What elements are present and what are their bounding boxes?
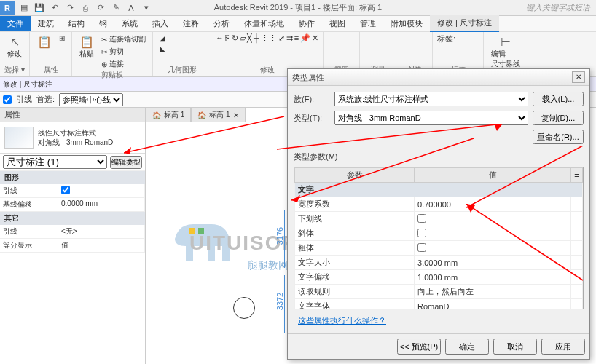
prop-val[interactable]	[58, 184, 145, 198]
prop-key: 基线偏移	[0, 198, 58, 212]
props-button[interactable]: 📋	[34, 33, 55, 50]
group-props-label: 属性	[34, 65, 67, 75]
family-label: 族(F):	[294, 94, 330, 105]
prefer-label: 首选:	[36, 94, 55, 105]
qat-sync-icon[interactable]: ⟳	[94, 1, 107, 15]
dialog-close-button[interactable]: ✕	[572, 71, 585, 83]
col-eq[interactable]: =	[571, 168, 583, 183]
qat-print-icon[interactable]: ⎙	[79, 1, 92, 15]
param-row: 粗体	[295, 241, 583, 256]
tab-steel[interactable]: 钢	[92, 16, 114, 31]
pin-icon[interactable]: 📌	[300, 33, 310, 43]
copy-icon[interactable]: ⎘	[225, 33, 230, 42]
tab-file[interactable]: 文件	[0, 16, 31, 31]
edit-type-button[interactable]: 编辑类型	[110, 156, 142, 169]
tab-collab[interactable]: 协作	[291, 16, 322, 31]
preview-button[interactable]: << 预览(P)	[397, 339, 441, 355]
param-row: 文字字体RomanD	[295, 299, 583, 310]
type-props-icon[interactable]: ⊞	[57, 33, 67, 43]
param-row: 宽度系数0.700000	[295, 197, 583, 212]
search-hint[interactable]: 键入关键字或短语	[526, 2, 596, 13]
split-icon[interactable]: ┼	[254, 33, 259, 42]
prop-key: 引线	[0, 184, 58, 198]
context-label: 修改 | 尺寸标注	[3, 79, 52, 90]
dimension-value[interactable]: 3372	[275, 293, 284, 310]
param-row: 下划线	[295, 212, 583, 226]
rotate-icon[interactable]: ↻	[232, 33, 238, 43]
geom-btn1[interactable]: ◢	[157, 33, 168, 43]
qat-text-icon[interactable]: A	[125, 1, 138, 15]
align-icon[interactable]: ≡	[294, 33, 299, 42]
props-header: 属性	[0, 108, 145, 122]
leader-label: 引线	[16, 94, 32, 105]
col-param[interactable]: 参数	[295, 168, 415, 183]
tab-insert[interactable]: 插入	[145, 16, 176, 31]
qat-more-icon[interactable]: ▾	[140, 1, 153, 15]
params-label: 类型参数(M)	[294, 151, 584, 162]
leader-checkbox[interactable]	[3, 93, 12, 106]
props-cat-graphics: 图形	[0, 171, 145, 184]
help-link[interactable]: 这些属性执行什么操作？	[294, 314, 584, 328]
mirror-icon[interactable]: ▱	[240, 33, 246, 43]
rename-button[interactable]: 重命名(R)...	[533, 130, 584, 144]
select-button[interactable]: ↖修改	[4, 33, 25, 60]
prop-val[interactable]: <无>	[58, 225, 145, 239]
cope-btn[interactable]: ✂ 连接端切割	[99, 33, 148, 45]
tab-massing[interactable]: 体量和场地	[237, 16, 291, 31]
delete-icon[interactable]: ✕	[312, 33, 318, 43]
watermark-subtext: 腿腿教网	[248, 259, 289, 272]
trim-icon[interactable]: ╳	[247, 33, 252, 43]
prop-val[interactable]: 0.0000 mm	[58, 198, 145, 212]
close-icon[interactable]: ✕	[233, 111, 239, 119]
join-btn[interactable]: ⊕ 连接	[99, 58, 148, 70]
view-tab-2[interactable]: 🏠 标高 1 ✕	[191, 108, 245, 122]
col-value[interactable]: 值	[415, 168, 571, 183]
apply-button[interactable]: 应用	[541, 339, 585, 355]
tab-modify-dim[interactable]: 修改 | 尺寸标注	[430, 15, 499, 32]
type-select[interactable]: 对角线 - 3mm RomanD	[334, 111, 528, 125]
tab-addins[interactable]: 附加模块	[383, 16, 430, 31]
qat-redo-icon[interactable]: ↷	[63, 1, 77, 15]
load-button[interactable]: 载入(L)...	[533, 92, 584, 106]
param-row: 读取规则向上，然后向左	[295, 285, 583, 299]
array-icon[interactable]: ⋮⋮	[261, 33, 277, 43]
qat-undo-icon[interactable]: ↶	[48, 1, 61, 15]
tab-analyze[interactable]: 分析	[206, 16, 237, 31]
qat-save-icon[interactable]: 💾	[33, 1, 46, 15]
param-cat-text[interactable]: 文字	[295, 183, 583, 197]
ok-button[interactable]: 确定	[445, 339, 489, 355]
cut-btn[interactable]: ✂ 剪切	[99, 46, 148, 58]
type-thumb-icon	[4, 127, 34, 149]
label-lbl: 标签:	[437, 33, 455, 44]
edit-witness-button[interactable]: ⊢编辑 尺寸界线	[488, 33, 523, 71]
view-tab-1[interactable]: 🏠 标高 1	[146, 108, 191, 122]
app-icon: R	[0, 1, 15, 15]
cancel-button[interactable]: 取消	[493, 339, 537, 355]
qat-open-icon[interactable]: ▤	[17, 1, 31, 15]
tab-struct[interactable]: 结构	[61, 16, 92, 31]
scale-icon[interactable]: ⤢	[278, 33, 285, 43]
tab-manage[interactable]: 管理	[353, 16, 383, 31]
geom-btn2[interactable]: ◣	[157, 44, 168, 53]
prop-key: 引线	[0, 225, 58, 239]
tab-annotate[interactable]: 注释	[176, 16, 206, 31]
type-label: 类型(T):	[294, 113, 330, 124]
prop-val[interactable]: 值	[58, 239, 145, 253]
tab-system[interactable]: 系统	[114, 16, 145, 31]
tab-arch[interactable]: 建筑	[31, 16, 61, 31]
prefer-select[interactable]: 参照墙中心线	[59, 93, 123, 106]
paste-button[interactable]: 📋粘贴	[77, 33, 97, 60]
param-row: 文字大小3.0000 mm	[295, 256, 583, 270]
tab-view[interactable]: 视图	[322, 16, 353, 31]
group-select-label: 选择 ▾	[4, 65, 25, 75]
qat-measure-icon[interactable]: ✎	[109, 1, 122, 15]
type-selector[interactable]: 线性尺寸标注样式对角线 - 3mm RomanD	[0, 122, 145, 154]
move-icon[interactable]: ↔	[216, 33, 224, 42]
elevation-marker[interactable]	[233, 297, 255, 319]
dimension-value[interactable]: 3176	[275, 227, 284, 245]
duplicate-button[interactable]: 复制(D)...	[533, 111, 584, 125]
instance-select[interactable]: 尺寸标注 (1)	[3, 155, 107, 169]
param-row: 文字偏移1.0000 mm	[295, 270, 583, 285]
offset-icon[interactable]: ⇉	[286, 33, 293, 43]
family-select[interactable]: 系统族:线性尺寸标注样式	[334, 92, 528, 106]
